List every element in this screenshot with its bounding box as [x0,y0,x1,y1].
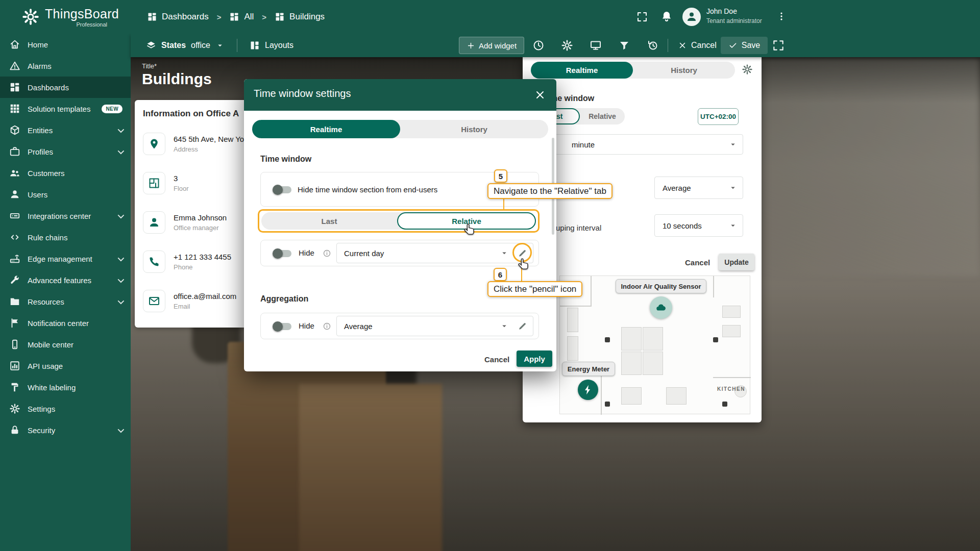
logo-title: ThingsBoard [45,7,119,21]
annotation-step-number: 5 [494,169,507,183]
edit-pencil-icon[interactable] [518,321,527,331]
user-role: Tenant administrator [706,17,762,24]
energy-meter-label[interactable]: Energy Meter [562,362,615,376]
breadcrumb-item-buildings[interactable]: Buildings [275,12,325,22]
close-icon[interactable] [534,89,546,101]
grouping-interval-value: 10 seconds [663,221,702,230]
tab-history[interactable]: History [633,62,735,79]
sidebar-item-home[interactable]: Home [0,34,131,55]
annotation-connector [503,199,504,209]
settings-gear-icon[interactable] [561,39,573,52]
breadcrumb-item-all[interactable]: All [229,12,254,22]
states-value[interactable]: office [191,41,210,50]
mail-icon [143,290,165,312]
tab-realtime[interactable]: Realtime [252,120,400,138]
toolbar-divider [668,39,668,52]
interval-select[interactable]: minute [535,134,743,155]
aggregation-row: Hide Average [260,313,539,339]
energy-bolt-icon [582,384,594,395]
sidebar-item-settings[interactable]: Settings [0,398,131,419]
chevron-down-icon [728,140,738,149]
air-quality-sensor-label[interactable]: Indoor Air Quality Sensor [616,279,706,293]
sidebar-item-alarms[interactable]: Alarms [0,55,131,77]
tab-relative[interactable]: Relative [580,108,625,124]
logo-subtitle: Professional [45,21,107,28]
chevron-down-icon [118,255,125,261]
filter-icon[interactable] [618,39,630,52]
time-value-select[interactable]: Current day [336,243,533,263]
air-quality-sensor-marker[interactable] [650,296,672,319]
sidebar-item-customers[interactable]: Customers [0,162,131,184]
sidebar-item-advanced-features[interactable]: Advanced features [0,269,131,291]
dialog-cancel-button[interactable]: Cancel [481,355,512,364]
aggregation-select[interactable]: Average [654,177,743,199]
interval-value: minute [572,140,595,149]
sidebar-item-solution-templates[interactable]: Solution templatesNEW [0,98,131,119]
grouping-interval-select[interactable]: 10 seconds [654,214,743,237]
expand-fullscreen-icon[interactable] [772,39,785,52]
folder-icon [9,296,20,307]
info-icon[interactable] [323,322,331,331]
info-label: Phone [174,263,231,271]
avatar[interactable] [682,8,701,26]
sidebar-item-security[interactable]: Security [0,419,131,441]
chevron-down-icon [118,126,125,133]
sidebar-item-users[interactable]: Users [0,184,131,205]
timezone-chip[interactable]: UTC+02:00 [698,108,739,125]
sidebar-item-entities[interactable]: Entities [0,119,131,141]
add-widget-button[interactable]: Add widget [459,37,524,54]
tab-realtime[interactable]: Realtime [531,62,633,79]
manage-widgets-icon[interactable] [590,39,602,52]
dashboards-icon [275,12,285,22]
person-icon [685,11,698,23]
sidebar-item-label: Mobile center [28,340,74,349]
sidebar-item-integrations-center[interactable]: Integrations center [0,205,131,227]
panel-cancel-button[interactable]: Cancel [682,258,713,267]
info-icon[interactable] [323,249,331,258]
schedule-clock-icon[interactable] [532,39,545,52]
chevron-down-icon[interactable] [215,41,225,50]
paint-icon [9,382,20,393]
close-icon [678,41,687,50]
sidebar-item-label: Edge management [28,255,92,263]
cancel-edit-button[interactable]: Cancel [673,37,722,54]
sidebar-item-mobile-center[interactable]: Mobile center [0,334,131,355]
chevron-down-icon [118,147,125,154]
fullscreen-icon[interactable] [636,11,648,23]
dialog-tabs: Realtime History [252,120,548,138]
app: ThingsBoard Professional Dashboards > Al… [0,0,980,551]
sidebar-item-resources[interactable]: Resources [0,291,131,312]
sidebar-item-dashboards[interactable]: Dashboards [0,77,131,98]
kebab-menu-icon[interactable] [776,11,787,22]
grid9-icon [9,103,20,114]
sidebar-item-profiles[interactable]: Profiles [0,141,131,162]
annotation-step-text: Navigate to the "Relative" tab [487,183,612,199]
hide-aggregation-toggle[interactable] [274,323,291,330]
hide-time-toggle[interactable] [274,250,291,257]
save-button[interactable]: Save [721,37,768,54]
time-window-value-row: Hide Current day [260,240,539,266]
sidebar-item-label: Entities [28,126,53,135]
dashboards-icon [229,12,239,22]
sidebar-item-api-usage[interactable]: API usage [0,355,131,377]
cube-icon [9,124,20,136]
version-history-icon[interactable] [647,39,659,52]
energy-meter-marker[interactable] [578,380,598,400]
aggregation-select[interactable]: Average [336,316,533,336]
sidebar-item-white-labeling[interactable]: White labeling [0,377,131,398]
layouts-button[interactable]: Layouts [265,41,293,50]
info-label: Office manager [174,224,227,232]
panel-tabs: Realtime History [531,62,735,79]
check-icon [728,41,738,50]
section-time-window: Time window [260,155,311,164]
sidebar-item-notification-center[interactable]: Notification center [0,312,131,334]
sidebar-item-edge-management[interactable]: Edge management [0,248,131,269]
dialog-apply-button[interactable]: Apply [517,350,552,367]
breadcrumb-item-dashboards[interactable]: Dashboards [147,12,209,22]
sidebar-item-rule-chains[interactable]: Rule chains [0,227,131,248]
panel-settings-gear-icon[interactable] [742,64,753,75]
tab-history[interactable]: History [400,120,548,138]
notifications-bell-icon[interactable] [660,10,673,22]
hide-section-toggle[interactable] [274,186,291,193]
panel-update-button[interactable]: Update [719,254,754,270]
